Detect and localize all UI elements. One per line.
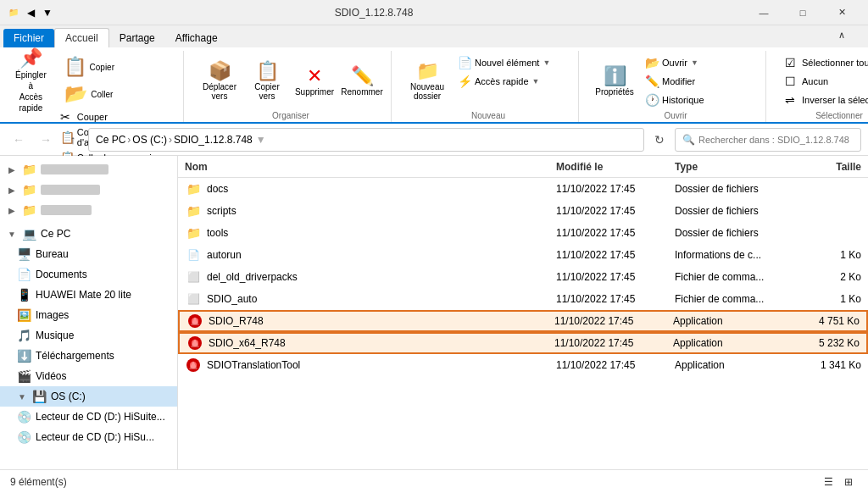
nav-item-telechargements[interactable]: ⬇️ Téléchargements xyxy=(0,346,177,366)
column-size[interactable]: Taille xyxy=(793,161,861,173)
nav-item-blurred-2[interactable]: ▶ 📁 blurred xyxy=(0,180,177,200)
nav-item-blurred-1[interactable]: ▶ 📁 blurredtext xyxy=(0,159,177,180)
file-row-scripts[interactable]: 📁 scripts 11/10/2022 17:45 Dossier de fi… xyxy=(178,200,868,222)
file-row-sdio-x64-r748[interactable]: SDIO_x64_R748 11/10/2022 17:45 Applicati… xyxy=(178,332,868,354)
status-bar: 9 élément(s) ☰ ⊞ xyxy=(0,469,868,493)
file-name-sdio-r748: SDIO_R748 xyxy=(209,315,554,327)
column-modified[interactable]: Modifié le xyxy=(556,161,675,173)
address-path[interactable]: Ce PC › OS (C:) › SDIO_1.12.8.748 ▼ xyxy=(88,128,644,152)
item-count: 9 élément(s) xyxy=(10,476,67,488)
quick-access-ribbon-icon: ⚡ xyxy=(458,75,471,88)
nouvel-element-button[interactable]: 📄 Nouvel élément ▼ xyxy=(453,54,571,71)
nav-documents-label: Documents xyxy=(36,269,87,280)
file-type-del-old: Fichier de comma... xyxy=(675,271,793,283)
file-row-sdio-translation[interactable]: SDIOTranslationTool 11/10/2022 17:45 App… xyxy=(178,354,868,376)
file-row-sdio-auto[interactable]: ⬜ SDIO_auto 11/10/2022 17:45 Fichier de … xyxy=(178,288,868,310)
column-name[interactable]: Nom xyxy=(185,161,556,173)
downloads-icon: ⬇️ xyxy=(17,349,31,363)
title-bar: 📁 ◀ ▼ SDIO_1.12.8.748 — □ ✕ xyxy=(0,0,868,25)
file-translation-icon xyxy=(185,357,202,374)
file-autorun-icon: 📄 xyxy=(185,246,202,263)
edit-icon: ✏️ xyxy=(645,75,659,88)
folder-tools-icon: 📁 xyxy=(185,224,202,241)
nav-item-musique[interactable]: 🎵 Musique xyxy=(0,325,177,346)
select-btns: ☑ Sélectionner tout ☐ Aucun ⇌ Inverser l… xyxy=(780,54,868,108)
nav-item-videos[interactable]: 🎬 Vidéos xyxy=(0,366,177,386)
aucun-button[interactable]: ☐ Aucun xyxy=(780,73,868,90)
tab-fichier[interactable]: Fichier xyxy=(3,29,54,47)
tab-affichage[interactable]: Affichage xyxy=(165,29,228,47)
supprimer-button[interactable]: ✕ Supprimer xyxy=(292,54,337,108)
nav-cepc-label: Ce PC xyxy=(41,228,70,240)
nav-item-images[interactable]: 🖼️ Images xyxy=(0,305,177,325)
file-modified-tools: 11/10/2022 17:45 xyxy=(556,227,675,239)
ribbon-group-presse-papiers: 📌 Épingler à Accès rapide 📋 Copier 📂 Col… xyxy=(3,51,184,122)
search-input[interactable] xyxy=(698,135,854,145)
deplacer-button[interactable]: 📦 Déplacer vers xyxy=(198,54,242,108)
forward-button[interactable]: → xyxy=(34,128,58,152)
large-icons-view-button[interactable]: ⊞ xyxy=(839,473,858,491)
tab-partage[interactable]: Partage xyxy=(109,29,165,47)
move-icon: 📦 xyxy=(209,62,231,80)
modifier-button[interactable]: ✏️ Modifier xyxy=(640,73,759,90)
historique-button[interactable]: 🕐 Historique xyxy=(640,91,759,108)
file-name-docs: docs xyxy=(207,183,556,195)
nav-item-os-c[interactable]: ▼ 💾 OS (C:) xyxy=(0,386,177,407)
nav-images-label: Images xyxy=(36,309,69,321)
nouveau-label: Nouveau xyxy=(471,111,505,122)
images-icon: 🖼️ xyxy=(17,308,31,322)
ribbon-group-nouveau: 📁 Nouveau dossier 📄 Nouvel élément ▼ ⚡ A… xyxy=(398,51,579,122)
ribbon-collapse-button[interactable]: ∧ xyxy=(822,22,861,47)
file-name-sdio-x64: SDIO_x64_R748 xyxy=(209,337,554,349)
tab-accueil[interactable]: Accueil xyxy=(54,28,109,47)
coller-button[interactable]: 📂 Coller xyxy=(55,81,123,107)
back-button[interactable]: ← xyxy=(7,128,31,152)
ouvrir-button[interactable]: 📂 Ouvrir ▼ xyxy=(640,54,759,71)
inverser-button[interactable]: ⇌ Inverser la sélection xyxy=(780,91,868,108)
folder-blurred-2-icon: 📁 xyxy=(22,183,36,197)
epingler-button[interactable]: 📌 Épingler à Accès rapide xyxy=(10,54,52,108)
file-name-translation: SDIOTranslationTool xyxy=(207,359,556,371)
nav-item-cd-d1[interactable]: 💿 Lecteur de CD (D:) HiSuite... xyxy=(0,407,177,427)
window-title: SDIO_1.12.8.748 xyxy=(3,7,744,19)
select-none-icon: ☐ xyxy=(785,75,798,88)
desktop-icon: 🖥️ xyxy=(17,247,31,261)
couper-button[interactable]: ✂ Couper xyxy=(55,108,176,125)
nav-item-huawei[interactable]: 📱 HUAWEI Mate 20 lite xyxy=(0,285,177,305)
copier-vers-button[interactable]: 📋 Copier vers xyxy=(245,54,289,108)
new-folder-icon: 📁 xyxy=(416,62,439,80)
folder-blurred-1-icon: 📁 xyxy=(22,163,36,176)
file-modified-sdio-x64: 11/10/2022 17:45 xyxy=(554,337,673,349)
file-modified-docs: 11/10/2022 17:45 xyxy=(556,183,675,195)
file-row-sdio-r748[interactable]: SDIO_R748 11/10/2022 17:45 Application 4… xyxy=(178,310,868,332)
file-modified-autorun: 11/10/2022 17:45 xyxy=(556,249,675,261)
up-button[interactable]: ↑ xyxy=(61,128,85,152)
nav-item-cd-d2[interactable]: 💿 Lecteur de CD (D:) HiSu... xyxy=(0,427,177,447)
file-type-scripts: Dossier de fichiers xyxy=(675,205,793,217)
selectionner-content: ☑ Sélectionner tout ☐ Aucun ⇌ Inverser l… xyxy=(780,51,868,111)
column-type[interactable]: Type xyxy=(675,161,793,173)
file-row-docs[interactable]: 📁 docs 11/10/2022 17:45 Dossier de fichi… xyxy=(178,178,868,200)
nav-item-cepc[interactable]: ▼ 💻 Ce PC xyxy=(0,224,177,244)
path-osc: OS (C:) xyxy=(132,134,167,146)
file-row-tools[interactable]: 📁 tools 11/10/2022 17:45 Dossier de fich… xyxy=(178,222,868,244)
refresh-button[interactable]: ↻ xyxy=(648,128,671,152)
navigation-panel: ▶ 📁 blurredtext ▶ 📁 blurred ▶ 📁 blur ▼ 💻… xyxy=(0,156,178,469)
videos-icon: 🎬 xyxy=(17,369,31,383)
details-view-button[interactable]: ☰ xyxy=(819,473,837,491)
nav-item-bureau[interactable]: 🖥️ Bureau xyxy=(0,244,177,264)
proprietes-button[interactable]: ℹ️ Propriétés xyxy=(593,54,637,108)
tout-selectionner-button[interactable]: ☑ Sélectionner tout xyxy=(780,54,868,71)
nav-item-blurred-3[interactable]: ▶ 📁 blur xyxy=(0,200,177,220)
file-row-autorun[interactable]: 📄 autorun 11/10/2022 17:45 Informations … xyxy=(178,244,868,266)
acces-rapide-button[interactable]: ⚡ Accès rapide ▼ xyxy=(453,73,571,90)
selectionner-label: Sélectionner xyxy=(815,111,863,122)
search-box[interactable]: 🔍 xyxy=(675,128,861,152)
maximize-button[interactable]: □ xyxy=(783,0,822,25)
nouveau-dossier-button[interactable]: 📁 Nouveau dossier xyxy=(405,54,449,108)
minimize-button[interactable]: — xyxy=(744,0,783,25)
renommer-button[interactable]: ✏️ Renommer xyxy=(340,54,384,108)
file-row-del-old[interactable]: ⬜ del_old_driverpacks 11/10/2022 17:45 F… xyxy=(178,266,868,288)
nav-item-documents[interactable]: 📄 Documents xyxy=(0,264,177,285)
copier-button[interactable]: 📋 Copier xyxy=(55,54,123,80)
